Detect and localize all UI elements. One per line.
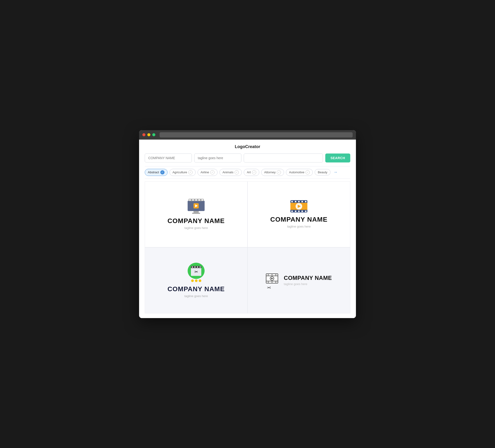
filter-automotive-check: ✓ — [305, 170, 310, 174]
filter-agriculture-check: ✓ — [188, 170, 192, 174]
filter-art-label: Art — [247, 170, 251, 174]
filter-agriculture[interactable]: Agriculture ✓ — [169, 169, 196, 176]
search-button[interactable]: SEARCH — [325, 154, 350, 162]
logo-1-tagline: tagline goes here — [184, 226, 208, 230]
logo-card-1[interactable]: COMPANY NAME tagline goes here — [145, 181, 248, 247]
logo-4-layout: ✂ COMPANY NAME tagline goes here — [266, 274, 332, 287]
company-name-input[interactable] — [145, 154, 192, 162]
filter-abstract[interactable]: Abstract ✓ — [145, 169, 168, 176]
filter-abstract-check: ✓ — [160, 170, 165, 174]
filter-art-check: ✓ — [252, 170, 256, 174]
filter-abstract-label: Abstract — [148, 170, 159, 174]
filter-animals[interactable]: Animals ✓ — [220, 169, 242, 176]
filter-airline-label: Airline — [201, 170, 209, 174]
minimize-button[interactable] — [147, 133, 150, 136]
logo-1-company-name: COMPANY NAME — [168, 217, 225, 225]
tagline-input[interactable] — [194, 154, 241, 162]
logo-3-company-name: COMPANY NAME — [168, 285, 225, 293]
filter-airline[interactable]: Airline ✓ — [197, 169, 218, 176]
app-window: LogoCreator SEARCH Abstract ✓ Agricultur… — [139, 130, 356, 318]
filter-beauty[interactable]: Beauty — [315, 169, 330, 175]
filter-bar: Abstract ✓ Agriculture ✓ Airline ✓ Anima… — [145, 166, 350, 179]
filter-attorney[interactable]: Attorney ✓ — [261, 169, 284, 176]
address-bar[interactable] — [160, 132, 353, 138]
logo-4-company-name: COMPANY NAME — [284, 275, 332, 281]
filter-next-button[interactable]: → — [332, 170, 339, 175]
filter-attorney-label: Attorney — [264, 170, 275, 174]
filter-animals-check: ✓ — [234, 170, 239, 174]
titlebar — [139, 130, 356, 140]
filter-beauty-label: Beauty — [318, 170, 327, 174]
app-title: LogoCreator — [145, 144, 350, 149]
filter-animals-label: Animals — [222, 170, 233, 174]
extra-search-input[interactable] — [244, 154, 323, 162]
close-button[interactable] — [142, 133, 145, 136]
logo-icon-clap: ✂ — [187, 263, 205, 282]
logo-icon-filmplay — [290, 200, 307, 212]
logo-2-company-name: COMPANY NAME — [270, 216, 328, 223]
filter-automotive-label: Automotive — [289, 170, 304, 174]
filter-automotive[interactable]: Automotive ✓ — [286, 169, 313, 176]
search-bar: SEARCH — [145, 154, 350, 162]
logo-3-tagline: tagline goes here — [184, 294, 208, 298]
logo-card-2[interactable]: COMPANY NAME tagline goes here — [248, 181, 350, 247]
logo-4-tagline: tagline goes here — [284, 282, 332, 286]
filter-airline-check: ✓ — [210, 170, 215, 174]
logo-icon-outline: ✂ — [266, 274, 280, 287]
maximize-button[interactable] — [152, 133, 155, 136]
app-body: LogoCreator SEARCH Abstract ✓ Agricultur… — [139, 140, 356, 318]
logo-2-tagline: tagline goes here — [287, 225, 311, 228]
logo-card-4[interactable]: ✂ COMPANY NAME tagline goes here — [248, 247, 350, 313]
logo-icon-monitor — [188, 199, 205, 214]
logo-4-text: COMPANY NAME tagline goes here — [284, 275, 332, 286]
filter-agriculture-label: Agriculture — [173, 170, 187, 174]
logo-card-3[interactable]: ✂ COMPANY NAME tagline goes here — [145, 247, 248, 313]
logo-grid: COMPANY NAME tagline goes here — [145, 181, 350, 313]
filter-art[interactable]: Art ✓ — [244, 169, 259, 176]
filter-attorney-check: ✓ — [277, 170, 281, 174]
